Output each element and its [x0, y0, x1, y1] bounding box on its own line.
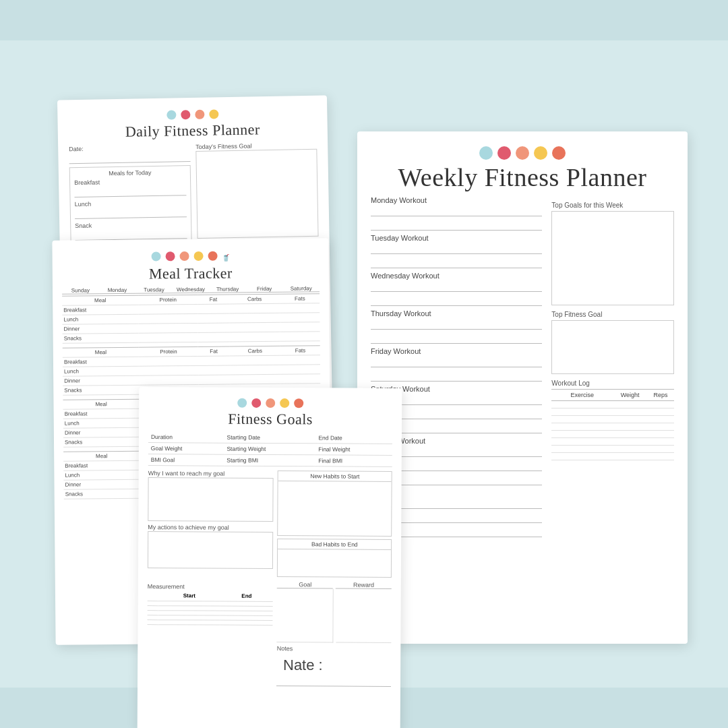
- day-wednesday: Wednesday: [173, 286, 210, 293]
- fg-dot-coral: [294, 398, 303, 408]
- fitness-goals-card: Fitness Goals Duration Starting Date End…: [138, 387, 402, 728]
- dot-yellow: [209, 109, 218, 119]
- workout-log-header: Workout Log: [551, 380, 674, 387]
- table-row: [551, 416, 674, 423]
- table-row: [551, 401, 674, 408]
- actions-label: My actions to achieve my goal: [148, 524, 274, 531]
- final-bmi-label: Final BMI: [315, 455, 392, 467]
- starting-bmi-label: Starting BMI: [224, 454, 315, 466]
- mt-col-meal-2: Meal: [63, 347, 139, 357]
- table-row: [551, 446, 674, 453]
- meal-dots: [152, 251, 218, 262]
- table-row: [551, 453, 674, 460]
- mt-dot-salmon: [180, 251, 189, 261]
- mt-col-protein-2: Protein: [139, 346, 198, 357]
- goal-weight-label: Goal Weight: [148, 443, 224, 455]
- starting-date-label: Starting Date: [224, 432, 315, 444]
- daily-meals-title: Meals for Today: [74, 169, 186, 177]
- mt-dot-coral: [208, 251, 218, 261]
- top-goals-header: Top Goals for this Week: [551, 202, 674, 209]
- new-habits-col: New Habits to Start: [278, 471, 392, 537]
- top-goals-box: [551, 211, 674, 305]
- fg-dot-blue: [237, 398, 247, 408]
- why-label: Why I want to reach my goal: [148, 470, 274, 477]
- table-row: [551, 431, 674, 438]
- table-row: Goal Weight Starting Weight Final Weight: [148, 443, 392, 456]
- mt-col-meal: Meal: [62, 295, 138, 305]
- fg-dot-yellow: [280, 398, 289, 408]
- tuesday-section: Tuesday Workout: [371, 234, 542, 268]
- water-icon: 🥤: [222, 253, 230, 261]
- duration-label: Duration: [148, 431, 224, 443]
- day-friday: Friday: [246, 286, 283, 293]
- mt-col-meal-4: Meal: [63, 451, 140, 461]
- wednesday-section: Wednesday Workout: [371, 272, 542, 306]
- bad-habits-col: Bad Habits to End: [277, 539, 392, 578]
- starting-weight-label: Starting Weight: [224, 443, 315, 455]
- mt-dot-yellow: [194, 251, 204, 261]
- end-date-label: End Date: [315, 432, 392, 444]
- log-exercise-header: Exercise: [551, 390, 613, 401]
- top-fitness-box: [551, 320, 674, 374]
- daily-dots: [68, 108, 316, 121]
- w-dot-salmon: [516, 146, 529, 160]
- mt-col-carbs-2: Carbs: [229, 346, 280, 356]
- reward-col-header: Reward: [336, 582, 392, 589]
- new-habits-header: New Habits to Start: [278, 471, 392, 482]
- friday-label: Friday Workout: [371, 347, 542, 355]
- table-row: BMI Goal Starting BMI Final BMI: [148, 454, 392, 467]
- mt-col-fats: Fats: [280, 294, 320, 304]
- top-fitness-header: Top Fitness Goal: [551, 311, 674, 318]
- mt-dot-blue: [152, 251, 161, 261]
- tuesday-label: Tuesday Workout: [371, 234, 542, 242]
- meas-empty: [148, 590, 159, 601]
- table-row: [551, 438, 674, 446]
- goal-col-header: Goal: [277, 581, 333, 588]
- mt-col-protein: Protein: [138, 295, 198, 305]
- meas-start: Start: [158, 590, 220, 601]
- friday-section: Friday Workout: [371, 347, 542, 382]
- weekly-dots: [371, 146, 674, 160]
- mt-col-fats-2: Fats: [280, 346, 320, 356]
- w-dot-red: [497, 146, 511, 160]
- fg-dot-salmon: [266, 398, 275, 408]
- weekly-planner-card: Weekly Fitness Planner Monday Workout Tu…: [357, 131, 688, 644]
- bmi-goal-label: BMI Goal: [148, 454, 224, 466]
- mt-col-meal-3: Meal: [63, 399, 139, 409]
- measurement-label: Measurement: [148, 583, 274, 590]
- attribution-label: Nate :: [283, 657, 323, 674]
- monday-label: Monday Workout: [371, 196, 542, 204]
- scene: Daily Fitness Planner Date: Meals for To…: [40, 51, 688, 684]
- weekly-title: Weekly Fitness Planner: [371, 162, 674, 192]
- dot-salmon: [195, 110, 204, 119]
- meal-days-row: Sunday Monday Tuesday Wednesday Thursday…: [62, 285, 320, 294]
- thursday-section: Thursday Workout: [371, 309, 542, 344]
- meal-group-1: Meal Protein Fat Carbs Fats Breakfast Lu…: [62, 293, 320, 343]
- w-dot-blue: [479, 146, 493, 160]
- mt-col-carbs: Carbs: [229, 294, 280, 304]
- day-saturday: Saturday: [282, 285, 320, 292]
- log-weight-header: Weight: [613, 390, 647, 401]
- final-weight-label: Final Weight: [315, 444, 392, 456]
- day-sunday: Sunday: [62, 287, 99, 294]
- workout-log-table: Exercise Weight Reps: [551, 389, 674, 460]
- weekly-goals-col: Top Goals for this Week Top Fitness Goal…: [551, 196, 674, 541]
- daily-title: Daily Fitness Planner: [69, 120, 317, 142]
- table-row: [551, 423, 674, 431]
- day-monday: Monday: [99, 287, 136, 294]
- mt-dot-red: [166, 251, 175, 261]
- meas-end: End: [220, 591, 274, 602]
- meal-title: Meal Tracker: [62, 264, 320, 283]
- table-row: Duration Starting Date End Date: [148, 431, 392, 444]
- log-reps-header: Reps: [647, 390, 674, 401]
- goals-dots: [148, 398, 392, 408]
- bad-habits-header: Bad Habits to End: [278, 539, 392, 550]
- weekly-inner: Monday Workout Tuesday Workout Wednesday…: [371, 196, 674, 541]
- mt-col-fat: Fat: [198, 295, 229, 304]
- fg-dot-red: [251, 398, 261, 408]
- measurement-section: Measurement Start End: [147, 583, 273, 626]
- w-dot-yellow: [534, 146, 547, 160]
- thursday-label: Thursday Workout: [371, 309, 542, 317]
- dot-red: [181, 110, 190, 119]
- day-tuesday: Tuesday: [135, 286, 173, 293]
